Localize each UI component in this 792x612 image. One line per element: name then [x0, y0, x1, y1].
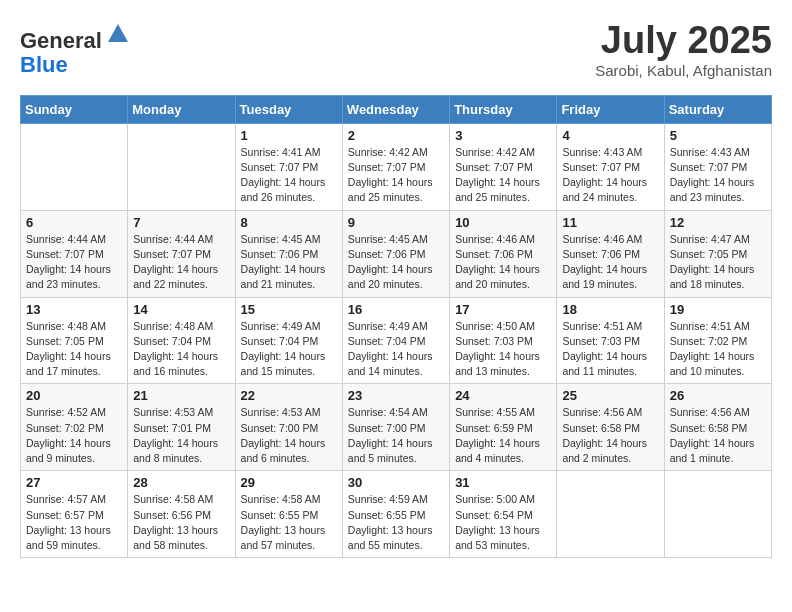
logo-general: General — [20, 28, 102, 53]
calendar-cell: 29Sunrise: 4:58 AMSunset: 6:55 PMDayligh… — [235, 471, 342, 558]
day-detail: Sunrise: 4:46 AMSunset: 7:06 PMDaylight:… — [562, 232, 658, 293]
day-detail: Sunrise: 4:43 AMSunset: 7:07 PMDaylight:… — [670, 145, 766, 206]
calendar-cell: 15Sunrise: 4:49 AMSunset: 7:04 PMDayligh… — [235, 297, 342, 384]
day-detail: Sunrise: 4:55 AMSunset: 6:59 PMDaylight:… — [455, 405, 551, 466]
calendar-cell: 14Sunrise: 4:48 AMSunset: 7:04 PMDayligh… — [128, 297, 235, 384]
col-header-wednesday: Wednesday — [342, 95, 449, 123]
calendar-cell: 1Sunrise: 4:41 AMSunset: 7:07 PMDaylight… — [235, 123, 342, 210]
day-number: 23 — [348, 388, 444, 403]
calendar-week-row: 1Sunrise: 4:41 AMSunset: 7:07 PMDaylight… — [21, 123, 772, 210]
day-detail: Sunrise: 4:43 AMSunset: 7:07 PMDaylight:… — [562, 145, 658, 206]
location-subtitle: Sarobi, Kabul, Afghanistan — [595, 62, 772, 79]
day-detail: Sunrise: 4:57 AMSunset: 6:57 PMDaylight:… — [26, 492, 122, 553]
day-number: 29 — [241, 475, 337, 490]
day-detail: Sunrise: 4:44 AMSunset: 7:07 PMDaylight:… — [26, 232, 122, 293]
calendar-cell: 5Sunrise: 4:43 AMSunset: 7:07 PMDaylight… — [664, 123, 771, 210]
day-detail: Sunrise: 4:56 AMSunset: 6:58 PMDaylight:… — [670, 405, 766, 466]
day-detail: Sunrise: 4:48 AMSunset: 7:04 PMDaylight:… — [133, 319, 229, 380]
logo-icon — [104, 20, 132, 48]
calendar-cell: 13Sunrise: 4:48 AMSunset: 7:05 PMDayligh… — [21, 297, 128, 384]
day-number: 28 — [133, 475, 229, 490]
calendar-table: SundayMondayTuesdayWednesdayThursdayFrid… — [20, 95, 772, 558]
day-number: 21 — [133, 388, 229, 403]
day-detail: Sunrise: 4:56 AMSunset: 6:58 PMDaylight:… — [562, 405, 658, 466]
calendar-cell: 19Sunrise: 4:51 AMSunset: 7:02 PMDayligh… — [664, 297, 771, 384]
logo: General Blue — [20, 20, 132, 77]
col-header-friday: Friday — [557, 95, 664, 123]
calendar-cell — [21, 123, 128, 210]
calendar-cell: 16Sunrise: 4:49 AMSunset: 7:04 PMDayligh… — [342, 297, 449, 384]
calendar-cell: 22Sunrise: 4:53 AMSunset: 7:00 PMDayligh… — [235, 384, 342, 471]
day-detail: Sunrise: 4:58 AMSunset: 6:55 PMDaylight:… — [241, 492, 337, 553]
day-detail: Sunrise: 4:49 AMSunset: 7:04 PMDaylight:… — [348, 319, 444, 380]
calendar-week-row: 27Sunrise: 4:57 AMSunset: 6:57 PMDayligh… — [21, 471, 772, 558]
calendar-cell: 18Sunrise: 4:51 AMSunset: 7:03 PMDayligh… — [557, 297, 664, 384]
calendar-cell — [128, 123, 235, 210]
calendar-cell: 17Sunrise: 4:50 AMSunset: 7:03 PMDayligh… — [450, 297, 557, 384]
day-number: 1 — [241, 128, 337, 143]
day-number: 4 — [562, 128, 658, 143]
day-number: 7 — [133, 215, 229, 230]
day-number: 6 — [26, 215, 122, 230]
day-detail: Sunrise: 5:00 AMSunset: 6:54 PMDaylight:… — [455, 492, 551, 553]
day-number: 14 — [133, 302, 229, 317]
day-detail: Sunrise: 4:53 AMSunset: 7:01 PMDaylight:… — [133, 405, 229, 466]
day-number: 5 — [670, 128, 766, 143]
day-detail: Sunrise: 4:42 AMSunset: 7:07 PMDaylight:… — [348, 145, 444, 206]
calendar-cell — [664, 471, 771, 558]
calendar-week-row: 20Sunrise: 4:52 AMSunset: 7:02 PMDayligh… — [21, 384, 772, 471]
calendar-cell: 4Sunrise: 4:43 AMSunset: 7:07 PMDaylight… — [557, 123, 664, 210]
calendar-cell: 3Sunrise: 4:42 AMSunset: 7:07 PMDaylight… — [450, 123, 557, 210]
title-block: July 2025 Sarobi, Kabul, Afghanistan — [595, 20, 772, 79]
logo-blue: Blue — [20, 52, 68, 77]
calendar-week-row: 13Sunrise: 4:48 AMSunset: 7:05 PMDayligh… — [21, 297, 772, 384]
day-detail: Sunrise: 4:45 AMSunset: 7:06 PMDaylight:… — [348, 232, 444, 293]
calendar-cell — [557, 471, 664, 558]
day-number: 12 — [670, 215, 766, 230]
page-header: General Blue July 2025 Sarobi, Kabul, Af… — [20, 20, 772, 79]
day-detail: Sunrise: 4:50 AMSunset: 7:03 PMDaylight:… — [455, 319, 551, 380]
day-number: 15 — [241, 302, 337, 317]
day-number: 19 — [670, 302, 766, 317]
calendar-cell: 20Sunrise: 4:52 AMSunset: 7:02 PMDayligh… — [21, 384, 128, 471]
day-number: 22 — [241, 388, 337, 403]
calendar-cell: 6Sunrise: 4:44 AMSunset: 7:07 PMDaylight… — [21, 210, 128, 297]
day-detail: Sunrise: 4:42 AMSunset: 7:07 PMDaylight:… — [455, 145, 551, 206]
svg-marker-0 — [108, 24, 128, 42]
day-detail: Sunrise: 4:54 AMSunset: 7:00 PMDaylight:… — [348, 405, 444, 466]
calendar-cell: 10Sunrise: 4:46 AMSunset: 7:06 PMDayligh… — [450, 210, 557, 297]
day-number: 24 — [455, 388, 551, 403]
calendar-cell: 27Sunrise: 4:57 AMSunset: 6:57 PMDayligh… — [21, 471, 128, 558]
day-detail: Sunrise: 4:51 AMSunset: 7:02 PMDaylight:… — [670, 319, 766, 380]
calendar-cell: 23Sunrise: 4:54 AMSunset: 7:00 PMDayligh… — [342, 384, 449, 471]
day-detail: Sunrise: 4:45 AMSunset: 7:06 PMDaylight:… — [241, 232, 337, 293]
month-title: July 2025 — [595, 20, 772, 62]
calendar-cell: 26Sunrise: 4:56 AMSunset: 6:58 PMDayligh… — [664, 384, 771, 471]
day-detail: Sunrise: 4:51 AMSunset: 7:03 PMDaylight:… — [562, 319, 658, 380]
calendar-header-row: SundayMondayTuesdayWednesdayThursdayFrid… — [21, 95, 772, 123]
day-number: 30 — [348, 475, 444, 490]
day-detail: Sunrise: 4:48 AMSunset: 7:05 PMDaylight:… — [26, 319, 122, 380]
day-detail: Sunrise: 4:41 AMSunset: 7:07 PMDaylight:… — [241, 145, 337, 206]
day-number: 2 — [348, 128, 444, 143]
day-detail: Sunrise: 4:59 AMSunset: 6:55 PMDaylight:… — [348, 492, 444, 553]
calendar-cell: 7Sunrise: 4:44 AMSunset: 7:07 PMDaylight… — [128, 210, 235, 297]
calendar-cell: 12Sunrise: 4:47 AMSunset: 7:05 PMDayligh… — [664, 210, 771, 297]
calendar-cell: 25Sunrise: 4:56 AMSunset: 6:58 PMDayligh… — [557, 384, 664, 471]
day-detail: Sunrise: 4:58 AMSunset: 6:56 PMDaylight:… — [133, 492, 229, 553]
calendar-cell: 24Sunrise: 4:55 AMSunset: 6:59 PMDayligh… — [450, 384, 557, 471]
col-header-thursday: Thursday — [450, 95, 557, 123]
day-detail: Sunrise: 4:49 AMSunset: 7:04 PMDaylight:… — [241, 319, 337, 380]
calendar-cell: 8Sunrise: 4:45 AMSunset: 7:06 PMDaylight… — [235, 210, 342, 297]
day-detail: Sunrise: 4:44 AMSunset: 7:07 PMDaylight:… — [133, 232, 229, 293]
calendar-cell: 9Sunrise: 4:45 AMSunset: 7:06 PMDaylight… — [342, 210, 449, 297]
calendar-cell: 2Sunrise: 4:42 AMSunset: 7:07 PMDaylight… — [342, 123, 449, 210]
day-detail: Sunrise: 4:47 AMSunset: 7:05 PMDaylight:… — [670, 232, 766, 293]
day-number: 17 — [455, 302, 551, 317]
day-number: 11 — [562, 215, 658, 230]
day-number: 10 — [455, 215, 551, 230]
col-header-saturday: Saturday — [664, 95, 771, 123]
day-number: 13 — [26, 302, 122, 317]
day-number: 20 — [26, 388, 122, 403]
calendar-cell: 21Sunrise: 4:53 AMSunset: 7:01 PMDayligh… — [128, 384, 235, 471]
